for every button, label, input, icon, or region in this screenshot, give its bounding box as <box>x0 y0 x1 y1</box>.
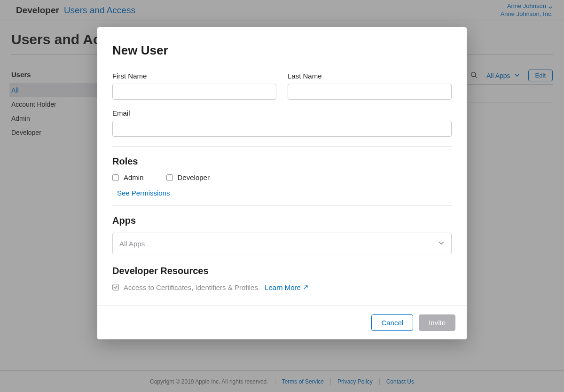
checkbox-icon <box>112 174 119 181</box>
external-link-icon: ↗ <box>303 283 309 291</box>
dev-resources-text: Access to Certificates, Identifiers & Pr… <box>124 283 260 291</box>
role-admin-option[interactable]: Admin <box>112 173 144 181</box>
first-name-label: First Name <box>112 72 276 80</box>
see-permissions-link[interactable]: See Permissions <box>117 189 452 197</box>
apps-select-value: All Apps <box>119 240 145 248</box>
modal-title: New User <box>112 43 452 58</box>
last-name-field-group: Last Name <box>288 72 452 100</box>
email-input[interactable] <box>112 121 452 137</box>
learn-more-label: Learn More <box>265 283 301 291</box>
modal-overlay: New User First Name Last Name Email Ro <box>0 0 564 392</box>
role-admin-label: Admin <box>124 173 144 181</box>
dev-resources-checkbox[interactable] <box>112 284 119 290</box>
email-field-group: Email <box>112 109 452 137</box>
email-label: Email <box>112 109 452 117</box>
first-name-field-group: First Name <box>112 72 276 100</box>
role-developer-option[interactable]: Developer <box>166 173 210 181</box>
chevron-down-icon <box>438 240 445 248</box>
cancel-button[interactable]: Cancel <box>371 314 413 331</box>
new-user-modal: New User First Name Last Name Email Ro <box>97 27 467 339</box>
divider <box>112 205 452 206</box>
apps-heading: Apps <box>112 215 452 226</box>
role-developer-label: Developer <box>178 173 210 181</box>
last-name-input[interactable] <box>288 84 452 100</box>
first-name-input[interactable] <box>112 84 276 100</box>
modal-footer: Cancel Invite <box>97 306 467 339</box>
developer-resources-heading: Developer Resources <box>112 266 452 276</box>
invite-button[interactable]: Invite <box>419 314 455 331</box>
divider <box>112 146 452 147</box>
apps-select[interactable]: All Apps <box>112 233 452 254</box>
last-name-label: Last Name <box>288 72 452 80</box>
roles-heading: Roles <box>112 156 452 167</box>
checkbox-icon <box>166 174 173 181</box>
learn-more-link[interactable]: Learn More ↗ <box>265 283 309 291</box>
